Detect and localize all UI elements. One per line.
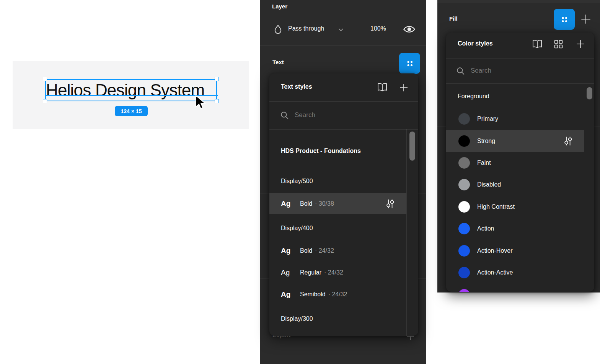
color-style-item[interactable]: Action: [446, 218, 584, 239]
color-style-item-selected[interactable]: Strong: [446, 130, 584, 152]
color-style-item[interactable]: High Contrast: [446, 196, 584, 218]
color-swatch: [458, 245, 470, 257]
library-book-icon[interactable]: [532, 39, 543, 49]
style-name: Semibold: [300, 291, 326, 298]
color-name: High Contrast: [477, 203, 515, 210]
color-swatch: [458, 289, 470, 292]
section-divider: [260, 352, 426, 352]
visibility-eye-icon[interactable]: [403, 25, 416, 34]
style-group-label: Display/300: [281, 315, 313, 322]
color-style-item[interactable]: Highlight: [446, 284, 584, 292]
blend-mode-select[interactable]: Pass through: [288, 25, 324, 32]
grid-view-icon[interactable]: [554, 40, 563, 49]
color-group-label: Foreground: [458, 93, 489, 100]
color-swatch: [458, 267, 470, 278]
color-name: Highlight: [477, 291, 501, 292]
edit-style-sliders-icon[interactable]: [386, 199, 395, 209]
four-dots-icon: [405, 59, 414, 68]
color-style-item[interactable]: Faint: [446, 152, 584, 174]
search-placeholder: Search: [295, 111, 315, 119]
style-meta: · 30/38: [315, 200, 334, 207]
color-swatch: [458, 157, 470, 169]
type-sample: Ag: [281, 290, 300, 299]
style-name: Bold: [300, 247, 312, 254]
color-name: Action-Active: [477, 269, 513, 276]
search-input[interactable]: Search: [269, 102, 418, 129]
panel-top-strip: [437, 0, 600, 3]
style-name: Regular: [300, 269, 321, 276]
fill-section-title: Fill: [449, 15, 458, 22]
selection-handle-top-right[interactable]: [215, 77, 219, 81]
selection-handle-top-left[interactable]: [43, 77, 47, 81]
color-name: Strong: [477, 138, 495, 145]
popover-divider: [269, 129, 418, 130]
blend-mode-icon: [274, 24, 282, 36]
color-style-item[interactable]: Action-Active: [446, 262, 584, 283]
text-style-item[interactable]: Ag Regular · 24/32: [269, 262, 406, 283]
popover-title: Color styles: [458, 40, 493, 47]
scrollbar-thumb[interactable]: [409, 132, 415, 161]
library-title: HDS Product - Foundations: [281, 148, 361, 154]
search-placeholder: Search: [471, 67, 491, 75]
section-divider: [260, 45, 426, 46]
chevron-down-icon[interactable]: [338, 28, 344, 31]
color-styles-popover: Color styles Search Foreground Primary S…: [446, 32, 594, 292]
style-name: Bold: [300, 200, 312, 207]
color-name: Disabled: [477, 181, 501, 188]
color-style-item[interactable]: Action-Hover: [446, 240, 584, 262]
layer-section-title: Layer: [272, 3, 287, 10]
library-book-icon[interactable]: [377, 83, 388, 92]
selection-handle-bottom-left[interactable]: [43, 99, 47, 103]
popover-divider: [446, 83, 594, 84]
search-input[interactable]: Search: [446, 58, 594, 83]
search-icon: [280, 111, 289, 120]
scrollbar-track: [406, 129, 407, 336]
color-swatch: [458, 201, 470, 213]
mouse-cursor-icon: [195, 95, 207, 110]
style-meta: · 24/32: [328, 291, 347, 298]
text-style-item[interactable]: Ag Semibold · 24/32: [269, 284, 406, 305]
four-dots-icon: [560, 15, 569, 24]
color-swatch: [458, 179, 470, 190]
style-meta: · 24/32: [324, 269, 343, 276]
color-swatch: [458, 135, 470, 147]
search-icon: [457, 67, 465, 75]
selection-box: [45, 79, 217, 101]
type-sample: Ag: [281, 200, 300, 208]
style-group-label: Display/400: [281, 225, 313, 232]
popover-title: Text styles: [281, 83, 312, 90]
dimension-badge: 124 × 15: [115, 106, 148, 116]
figma-app: Helios Design System 124 × 15 Layer Pass…: [0, 0, 600, 364]
fill-style-applied-button[interactable]: [554, 9, 575, 30]
color-name: Faint: [477, 159, 491, 166]
selection-baseline: [45, 95, 218, 96]
text-styles-popover: Text styles Search HDS Product - Foundat…: [269, 73, 418, 336]
color-swatch: [458, 113, 470, 125]
selection-handle-bottom-right[interactable]: [215, 99, 219, 103]
style-meta: · 24/32: [315, 247, 334, 254]
scrollbar-thumb[interactable]: [587, 87, 592, 99]
add-style-icon[interactable]: [399, 83, 408, 92]
opacity-input[interactable]: 100%: [370, 25, 386, 32]
text-style-item[interactable]: Ag Bold · 24/32: [269, 240, 406, 261]
scrollbar-track: [584, 83, 584, 292]
color-name: Action: [477, 225, 494, 232]
section-divider: [437, 3, 600, 3]
type-sample: Ag: [281, 247, 300, 255]
add-style-icon[interactable]: [576, 39, 585, 49]
text-style-item-selected[interactable]: Ag Bold · 30/38: [269, 193, 406, 214]
color-style-item[interactable]: Disabled: [446, 174, 584, 195]
style-group-label: Display/500: [281, 178, 313, 185]
color-swatch: [458, 223, 470, 234]
add-fill-icon[interactable]: [580, 14, 591, 24]
text-style-applied-button[interactable]: [399, 53, 420, 74]
edit-style-sliders-icon[interactable]: [564, 136, 572, 146]
color-name: Primary: [477, 115, 498, 122]
text-section-title: Text: [272, 59, 284, 65]
color-name: Action-Hover: [477, 247, 512, 254]
color-style-item[interactable]: Primary: [446, 108, 584, 130]
type-sample: Ag: [281, 268, 300, 277]
